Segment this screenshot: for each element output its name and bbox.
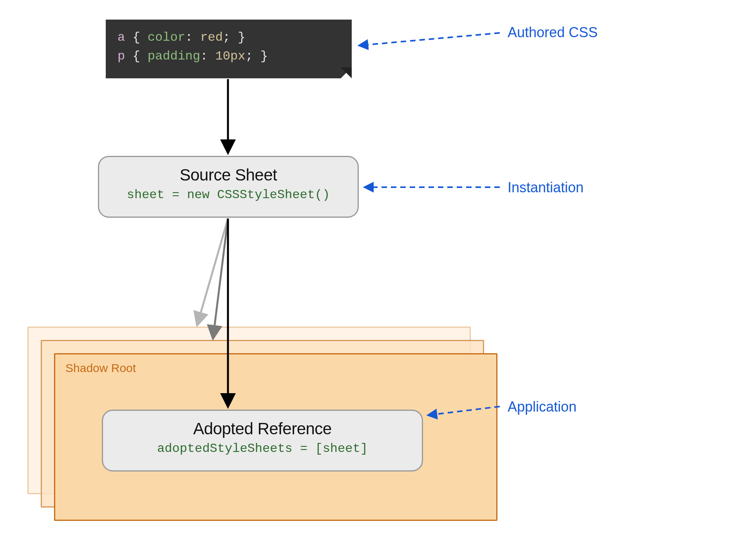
code-semi: ;	[223, 30, 230, 45]
shadow-root-label: Shadow Root	[65, 361, 136, 375]
source-sheet-code: sheet = new CSSStyleSheet()	[99, 188, 358, 202]
annotation-arrow-authored	[360, 33, 500, 45]
code-line-1: a { color: red; }	[118, 28, 340, 47]
code-property: padding	[148, 49, 200, 63]
adopted-reference-code: adoptedStyleSheets = [sheet]	[103, 441, 422, 456]
code-brace: {	[132, 49, 140, 63]
code-block: a { color: red; } p { padding: 10px; }	[106, 20, 352, 78]
dog-ear-icon	[341, 67, 352, 78]
code-brace: }	[238, 30, 245, 45]
code-selector: p	[118, 49, 125, 63]
code-colon: :	[200, 49, 208, 63]
code-colon: :	[185, 30, 193, 45]
code-selector: a	[118, 30, 125, 45]
code-semi: ;	[245, 49, 253, 63]
adopted-reference-title: Adopted Reference	[103, 419, 422, 438]
source-sheet-box: Source Sheet sheet = new CSSStyleSheet()	[98, 156, 359, 218]
code-value: red	[200, 30, 223, 45]
annotation-application: Application	[508, 399, 577, 415]
code-line-2: p { padding: 10px; }	[118, 47, 340, 66]
adopted-reference-box: Adopted Reference adoptedStyleSheets = […	[102, 410, 423, 471]
arrow-source-to-shadow-3	[197, 219, 228, 324]
annotation-authored-css: Authored CSS	[508, 24, 598, 41]
code-value: 10px	[215, 49, 246, 63]
code-brace: }	[260, 49, 268, 63]
annotation-instantiation: Instantiation	[508, 179, 584, 196]
code-property: color	[148, 30, 185, 45]
diagram-canvas: a { color: red; } p { padding: 10px; } S…	[0, 0, 734, 560]
code-brace: {	[132, 30, 140, 45]
arrow-source-to-shadow-2	[213, 219, 228, 338]
source-sheet-title: Source Sheet	[99, 166, 358, 184]
